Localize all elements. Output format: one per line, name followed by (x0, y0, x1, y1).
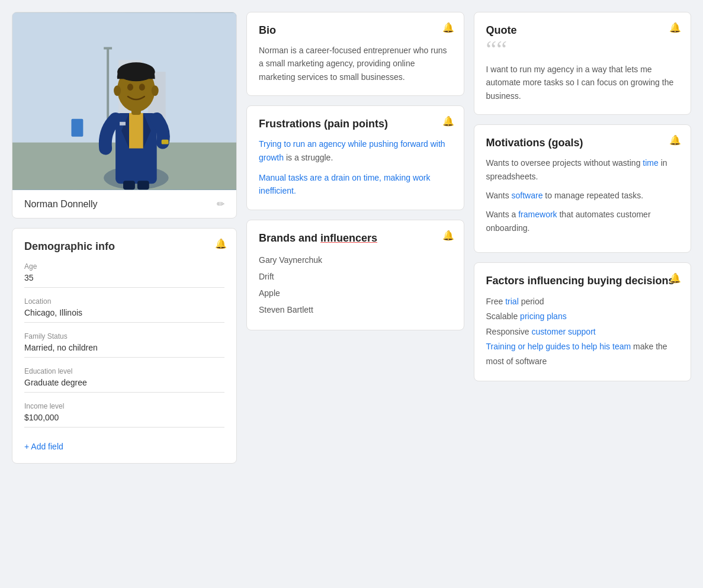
svg-rect-6 (71, 119, 83, 137)
svg-point-15 (114, 85, 121, 96)
income-label: Income level (24, 402, 224, 410)
svg-rect-22 (137, 181, 149, 189)
age-field: Age 35 (24, 262, 224, 288)
factor-item-3: Responsive customer support (486, 324, 679, 339)
frustration-item-2: Manual tasks are a drain on time, making… (259, 171, 452, 198)
quote-lightbulb-icon: 🔔 (669, 22, 681, 33)
svg-rect-21 (123, 181, 135, 189)
motivation-item-3: Wants a framework that automates custome… (486, 208, 679, 234)
profile-card: Norman Donnelly ✏ (12, 12, 237, 219)
brands-card: 🔔 Brands and influencers Gary Vaynerchuk… (246, 220, 464, 330)
profile-image-wrapper (12, 12, 236, 190)
demographic-card: 🔔 Demographic info Age 35 Location Chica… (12, 228, 237, 464)
middle-column: 🔔 Bio Norman is a career-focused entrepr… (246, 12, 464, 464)
family-status-value: Married, no children (24, 343, 224, 358)
quote-text: I want to run my agency in a way that le… (486, 63, 679, 102)
quote-title: Quote (486, 24, 679, 37)
factors-title: Factors influencing buying decisions (486, 275, 679, 287)
family-status-field: Family Status Married, no children (24, 332, 224, 358)
factor-item-1: Free trial period (486, 294, 679, 309)
location-value: Chicago, Illinois (24, 308, 224, 323)
location-field: Location Chicago, Illinois (24, 297, 224, 323)
motivations-lightbulb-icon: 🔔 (669, 134, 681, 146)
education-field: Education level Graduate degree (24, 367, 224, 393)
income-field: Income level $100,000 (24, 402, 224, 428)
quote-mark: ““ (486, 44, 679, 56)
motivations-card: 🔔 Motivations (goals) Wants to oversee p… (474, 124, 692, 253)
quote-card: 🔔 Quote ““ I want to run my agency in a … (474, 12, 692, 115)
factors-lightbulb-icon: 🔔 (669, 272, 681, 284)
brand-item: Gary Vaynerchuk (259, 252, 452, 268)
svg-rect-12 (120, 122, 126, 126)
brand-item: Apple (259, 285, 452, 301)
age-value: 35 (24, 273, 224, 288)
lightbulb-icon: 🔔 (215, 238, 227, 249)
factors-body: Free trial period Scalable pricing plans… (486, 294, 679, 369)
education-label: Education level (24, 367, 224, 375)
svg-rect-9 (129, 113, 143, 149)
frustration-item-1: Trying to run an agency while pushing fo… (259, 137, 452, 164)
brands-title: Brands and influencers (259, 232, 452, 245)
bio-card: 🔔 Bio Norman is a career-focused entrepr… (246, 12, 464, 96)
add-field-button[interactable]: + Add field (24, 442, 63, 451)
svg-rect-20 (162, 140, 169, 144)
svg-point-16 (152, 85, 159, 96)
svg-rect-5 (104, 47, 112, 49)
brands-lightbulb-icon: 🔔 (442, 230, 454, 241)
main-grid: Norman Donnelly ✏ 🔔 Demographic info Age… (12, 12, 691, 464)
motivation-item-2: Wants software to manage repeated tasks. (486, 189, 679, 202)
frustrations-lightbulb-icon: 🔔 (442, 115, 454, 127)
left-column: Norman Donnelly ✏ 🔔 Demographic info Age… (12, 12, 237, 464)
family-status-label: Family Status (24, 332, 224, 340)
motivations-body: Wants to oversee projects without wastin… (486, 156, 679, 234)
demographic-title: Demographic info (24, 240, 224, 253)
frustrations-card: 🔔 Frustrations (pain points) Trying to r… (246, 105, 464, 210)
factors-card: 🔔 Factors influencing buying decisions F… (474, 262, 692, 381)
svg-point-17 (127, 83, 133, 91)
profile-name-row: Norman Donnelly ✏ (12, 190, 236, 218)
frustrations-body: Trying to run an agency while pushing fo… (259, 137, 452, 198)
motivation-item-1: Wants to oversee projects without wastin… (486, 156, 679, 183)
brand-item: Drift (259, 268, 452, 285)
motivations-title: Motivations (goals) (486, 137, 679, 149)
factor-item-4: Training or help guides to help his team… (486, 339, 679, 369)
bio-title: Bio (259, 24, 452, 37)
brand-item: Steven Bartlett (259, 301, 452, 318)
brands-list: Gary Vaynerchuk Drift Apple Steven Bartl… (259, 252, 452, 318)
location-label: Location (24, 297, 224, 306)
svg-point-18 (139, 83, 145, 91)
bio-lightbulb-icon: 🔔 (442, 22, 454, 33)
edit-icon[interactable]: ✏ (217, 198, 224, 210)
factor-item-2: Scalable pricing plans (486, 309, 679, 324)
profile-image (12, 12, 236, 190)
education-value: Graduate degree (24, 378, 224, 393)
profile-name: Norman Donnelly (24, 199, 98, 210)
income-value: $100,000 (24, 413, 224, 428)
frustrations-title: Frustrations (pain points) (259, 118, 452, 130)
right-column: 🔔 Quote ““ I want to run my agency in a … (474, 12, 692, 464)
bio-text: Norman is a career-focused entreprenuer … (259, 44, 452, 83)
age-label: Age (24, 262, 224, 271)
